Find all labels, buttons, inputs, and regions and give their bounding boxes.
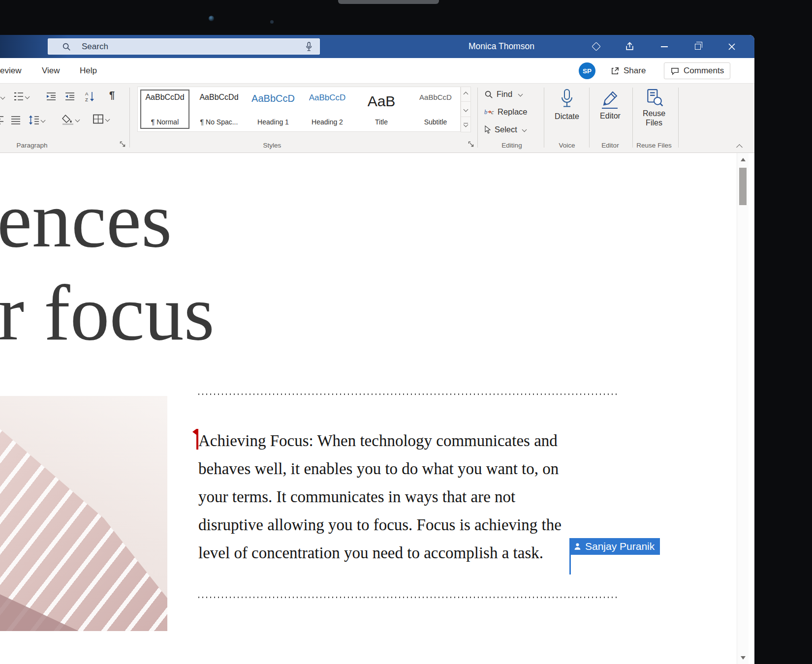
find-button[interactable]: Find [484,90,522,99]
coauthor-flag[interactable]: Sanjay Puranik [569,538,660,555]
numbered-list-button[interactable] [14,91,29,101]
sort-button[interactable]: A Z [85,91,95,102]
photo-building-floors [0,396,167,631]
scroll-down-button[interactable] [737,651,749,664]
style-normal[interactable]: AaBbCcDd ¶ Normal [140,90,189,129]
reuse-files-button[interactable]: Reuse Files [635,89,673,127]
minimize-button[interactable] [653,35,676,58]
coauthor-name: Sanjay Puranik [585,541,655,552]
vertical-scrollbar[interactable] [737,153,749,664]
sort-icon: A Z [85,91,95,102]
scroll-up-button[interactable] [737,153,749,166]
voice-group-label: Voice [547,142,587,149]
body-line[interactable]: level of concentration you need to accom… [198,539,562,567]
style-heading-2[interactable]: AaBbCcD Heading 2 [303,90,352,129]
search-mic-icon[interactable] [305,41,312,52]
chevron-down-icon [41,118,46,122]
bullet-list-dropdown-icon[interactable] [0,95,5,100]
svg-text:A: A [85,91,89,96]
styles-scroll-up-button[interactable] [461,87,471,102]
svg-text:c: c [491,109,494,116]
decrease-indent-button[interactable] [46,91,56,101]
collapse-ribbon-button[interactable] [733,143,745,151]
share-icon [610,66,620,76]
align-left-button[interactable] [0,115,4,125]
comments-button[interactable]: Comments [664,62,730,79]
group-divider [589,88,590,148]
share-label: Share [624,66,646,76]
maximize-button[interactable] [686,35,710,58]
premium-diamond-icon[interactable] [586,35,606,58]
align-left-icon [0,115,4,125]
tab-view[interactable]: View [42,58,60,84]
dotted-divider-top [198,393,617,395]
borders-button[interactable] [93,114,109,124]
chevron-down-icon [75,117,80,122]
document-photo[interactable] [0,396,167,631]
styles-dialog-launcher[interactable] [468,141,475,148]
body-line[interactable]: behaves well, it enables you to do what … [198,455,562,483]
dictate-label: Dictate [555,112,579,121]
editor-button[interactable]: Editor [592,90,629,121]
style-no-spacing[interactable]: AaBbCcDd ¶ No Spac... [194,90,244,129]
body-paragraph[interactable]: Achieving Focus: When technology communi… [198,427,562,567]
group-divider [544,88,544,148]
align-justify-icon [11,115,21,125]
title-bar: Monica Thomson [0,35,754,58]
paragraph-dialog-launcher[interactable] [120,141,126,148]
tab-review-partial[interactable]: eview [0,58,21,84]
scrollbar-thumb[interactable] [739,168,747,205]
chevron-down-icon [464,107,468,112]
svg-text:Z: Z [85,97,88,102]
numbered-list-icon [14,91,24,101]
select-cursor-icon [484,125,491,134]
styles-group-label: Styles [245,142,299,149]
paragraph-group-label: Paragraph [5,142,59,149]
chevron-down-icon [522,127,527,132]
document-title-fragment-2[interactable]: r focus [0,273,215,352]
shading-button[interactable] [62,114,79,125]
shading-icon [62,114,74,125]
body-line[interactable]: Achieving Focus: When technology communi… [198,427,562,455]
search-icon [62,42,71,51]
decrease-indent-icon [46,91,56,101]
upload-icon[interactable] [620,35,639,58]
select-button[interactable]: Select [484,125,526,134]
laptop-bezel: Monica Thomson eview [0,0,812,664]
minimize-icon [661,46,668,47]
find-icon [484,90,493,99]
increase-indent-button[interactable] [65,91,75,101]
word-window: Monica Thomson eview [0,35,754,664]
search-box[interactable] [48,38,320,55]
styles-scroll-down-button[interactable] [461,102,471,117]
align-justify-button[interactable] [11,115,21,125]
body-line[interactable]: disruptive allowing you to focus. Focus … [198,511,562,539]
body-line[interactable]: your terms. It communicates in ways that… [198,483,562,511]
account-name[interactable]: Monica Thomson [468,35,534,58]
styles-gallery-more-button[interactable] [461,117,471,132]
search-input[interactable] [82,42,305,52]
close-button[interactable] [720,35,744,58]
upload-box-icon [625,42,634,51]
document-canvas[interactable]: ences r focus Achieving Focus: When tech… [0,153,754,664]
close-icon [728,43,736,51]
reuse-files-icon [645,89,663,107]
group-divider [129,88,130,148]
line-spacing-button[interactable] [29,115,45,125]
group-divider [678,88,679,148]
replace-label: Replace [498,107,528,117]
editor-pencil-icon [601,90,620,109]
formatting-marks-button[interactable]: ¶ [109,90,115,101]
style-subtitle[interactable]: AaBbCcD Subtitle [411,90,460,129]
triangle-up-icon [741,158,746,161]
presence-badge[interactable]: SP [579,62,595,79]
replace-icon: b c [484,108,494,117]
reuse-files-label: Reuse Files [640,109,668,127]
share-button[interactable]: Share [604,62,652,79]
style-title[interactable]: AaB Title [357,90,406,129]
document-title-fragment-1[interactable]: ences [0,181,172,259]
replace-button[interactable]: b c Replace [484,107,528,117]
dictate-button[interactable]: Dictate [547,89,587,121]
style-heading-1[interactable]: AaBbCcD Heading 1 [249,90,298,129]
tab-help[interactable]: Help [80,58,97,84]
